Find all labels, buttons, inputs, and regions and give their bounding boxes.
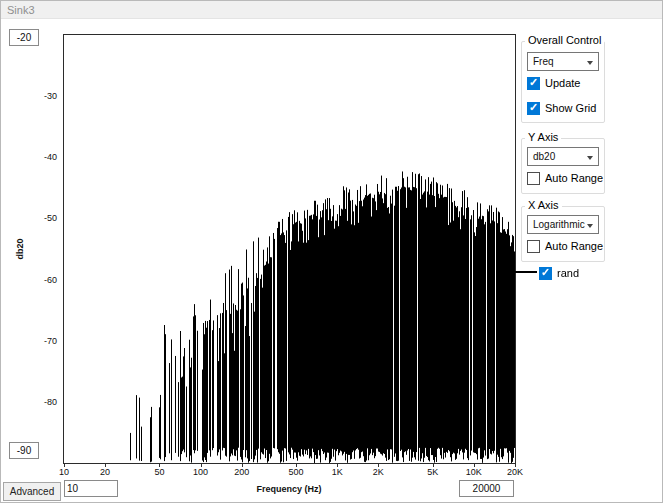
overall-control-group-title: Overall Control	[525, 34, 604, 47]
y-axis-title: db20	[15, 229, 27, 269]
x-tick-mark	[474, 464, 475, 467]
x-tick-label: 1K	[332, 467, 343, 477]
chevron-down-icon	[587, 224, 593, 228]
show-grid-check-row: Show Grid	[527, 101, 596, 115]
y-auto-range-check-row: Auto Range	[527, 171, 603, 185]
y-tick-label: -60	[29, 275, 57, 285]
x-tick-mark	[378, 464, 379, 467]
x-tick-label: 20K	[507, 467, 523, 477]
legend-row: rand	[539, 266, 579, 280]
x-axis-group-title: X Axis	[525, 199, 562, 212]
title-bar: Sink3	[1, 1, 662, 19]
legend-line-swatch	[514, 271, 537, 273]
x-min-field[interactable]	[64, 480, 118, 497]
legend-checkbox[interactable]	[539, 267, 552, 280]
chevron-down-icon	[587, 156, 593, 160]
y-auto-range-checkbox-label: Auto Range	[545, 172, 603, 184]
x-tick-label: 500	[289, 467, 304, 477]
update-checkbox-label: Update	[545, 77, 580, 89]
y-tick-label: -30	[29, 91, 57, 101]
update-check-row: Update	[527, 76, 580, 90]
x-tick-mark	[515, 464, 516, 467]
y-auto-range-checkbox[interactable]	[527, 172, 540, 185]
x-auto-range-checkbox-label: Auto Range	[545, 240, 603, 252]
y-max-field[interactable]	[9, 29, 39, 46]
x-auto-range-check-row: Auto Range	[527, 239, 603, 253]
plot-area[interactable]	[63, 34, 516, 464]
sink3-window: Sink3 db20 1020501002005001K2K5K10K20K-3…	[0, 0, 663, 503]
x-tick-label: 10K	[466, 467, 482, 477]
window-title: Sink3	[7, 4, 35, 16]
x-tick-label: 5K	[427, 467, 438, 477]
y-axis-dropdown[interactable]: db20	[527, 147, 599, 166]
overall-control-dropdown[interactable]: Freq	[527, 52, 599, 71]
advanced-button[interactable]: Advanced	[3, 482, 61, 501]
x-axis-title: Frequency (Hz)	[231, 484, 347, 494]
x-tick-mark	[64, 464, 65, 467]
x-tick-mark	[433, 464, 434, 467]
x-tick-label: 50	[154, 467, 164, 477]
y-tick-label: -40	[29, 152, 57, 162]
update-checkbox[interactable]	[527, 77, 540, 90]
y-axis-group-title: Y Axis	[525, 131, 561, 144]
x-axis-dropdown-value: Logarithmic	[533, 219, 585, 230]
x-axis-dropdown[interactable]: Logarithmic	[527, 215, 599, 234]
noise-spectrum-trace	[64, 35, 515, 463]
x-tick-label: 10	[59, 467, 69, 477]
chevron-down-icon	[587, 61, 593, 65]
x-max-field[interactable]	[459, 480, 514, 497]
show-grid-checkbox[interactable]	[527, 102, 540, 115]
x-auto-range-checkbox[interactable]	[527, 240, 540, 253]
x-tick-label: 100	[193, 467, 208, 477]
x-tick-mark	[242, 464, 243, 467]
x-tick-mark	[159, 464, 160, 467]
overall-control-dropdown-value: Freq	[533, 56, 554, 67]
x-tick-mark	[105, 464, 106, 467]
y-axis-dropdown-value: db20	[533, 151, 555, 162]
show-grid-checkbox-label: Show Grid	[545, 102, 596, 114]
x-tick-label: 20	[100, 467, 110, 477]
x-tick-mark	[337, 464, 338, 467]
y-tick-label: -80	[29, 397, 57, 407]
y-tick-label: -70	[29, 336, 57, 346]
y-tick-label: -50	[29, 213, 57, 223]
x-tick-label: 200	[234, 467, 249, 477]
x-tick-mark	[201, 464, 202, 467]
y-min-field[interactable]	[9, 442, 39, 459]
x-tick-mark	[296, 464, 297, 467]
x-tick-label: 2K	[373, 467, 384, 477]
legend-series-label: rand	[557, 267, 579, 279]
